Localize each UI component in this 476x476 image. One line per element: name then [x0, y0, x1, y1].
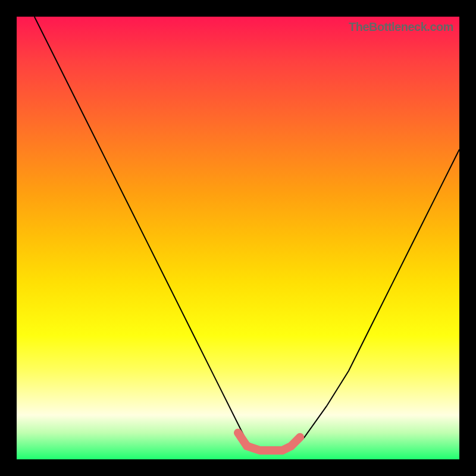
chart-frame: TheBottleneck.com: [17, 17, 459, 459]
bottleneck-curve: [17, 17, 459, 459]
trough-highlight: [238, 433, 300, 450]
curve-path: [35, 17, 459, 450]
